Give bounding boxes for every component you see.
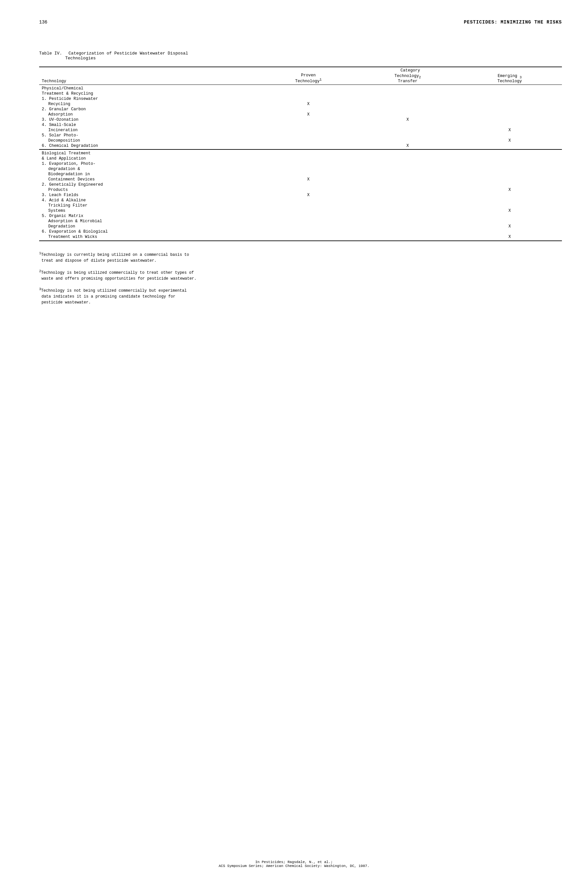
proven-cell [259, 208, 358, 213]
tech-label: 3. UV-Ozonation [39, 117, 259, 122]
transfer-cell [358, 171, 458, 177]
table-row: 3. Leach Fields X [39, 192, 562, 198]
proven-cell [259, 143, 358, 149]
proven-cell [259, 128, 358, 133]
transfer-x: X [358, 117, 458, 122]
page-number: 136 [39, 20, 47, 25]
table-row-last: Treatment with Wicks X [39, 234, 562, 241]
proven-cell [259, 138, 358, 143]
tech-continuation: Adsorption [39, 112, 259, 117]
tech-label: 5. Solar Photo- [39, 133, 259, 138]
transfer-cell [358, 229, 458, 234]
footnote-1-text: Technology is currently being utilized o… [39, 253, 189, 263]
table-row: 1. Evaporation, Photo- [39, 161, 562, 167]
table-row: Recycling X [39, 101, 562, 107]
proven-cell [259, 219, 358, 224]
transfer-cell [358, 203, 458, 208]
table-row: 1. Pesticide Rinsewater [39, 96, 562, 101]
emerging-cell [457, 171, 562, 177]
transfer-cell [358, 177, 458, 182]
emerging-cell [457, 133, 562, 138]
footnote-2: 2Technology is being utilized commercial… [39, 269, 562, 281]
category-label: Category [400, 68, 420, 73]
tech-continuation: Products [39, 187, 259, 192]
section2-header2: & Land Application [39, 156, 259, 161]
proven-cell [259, 234, 358, 241]
proven-cell [259, 203, 358, 208]
emerging-x: X [457, 224, 562, 229]
emerging-cell [457, 203, 562, 208]
table-row: 2. Genetically Engineered [39, 182, 562, 187]
tech-label: 4. Acid & Alkaline [39, 198, 259, 203]
main-table: Category Technology Proven Technology1 T… [39, 66, 562, 241]
proven-cell [259, 117, 358, 122]
transfer-cell [358, 198, 458, 203]
emerging-cell [457, 192, 562, 198]
section1-header-row: Physical/Chemical [39, 85, 562, 91]
proven-cell [259, 229, 358, 234]
proven-cell [259, 171, 358, 177]
emerging-cell [457, 101, 562, 107]
tech-continuation: Biodegradation in [39, 171, 259, 177]
proven-cell [259, 161, 358, 167]
col-transfer-line2: Transfer [398, 79, 417, 84]
emerging-cell [457, 229, 562, 234]
transfer-cell [358, 138, 458, 143]
section1-header2-row: Treatment & Recycling [39, 91, 562, 96]
table-row: 2. Granular Carbon [39, 107, 562, 112]
tech-label: 4. Small-Scale [39, 122, 259, 128]
emerging-cell [457, 143, 562, 149]
tech-continuation: Decomposition [39, 138, 259, 143]
tech-label: 3. Leach Fields [39, 192, 259, 198]
tech-continuation: Incineration [39, 128, 259, 133]
proven-cell [259, 224, 358, 229]
col-proven-line2: Technology [295, 79, 320, 84]
section2-header-row: Biological Treatment [39, 149, 562, 156]
tech-label: 2. Genetically Engineered [39, 182, 259, 187]
emerging-cell [457, 219, 562, 224]
header-title: PESTICIDES: MINIMIZING THE RISKS [464, 20, 562, 25]
table-row: Degradation X [39, 224, 562, 229]
transfer-cell [358, 107, 458, 112]
emerging-x: X [457, 138, 562, 143]
transfer-cell [358, 167, 458, 171]
proven-x: X [259, 192, 358, 198]
emerging-cell [457, 122, 562, 128]
emerging-x: X [457, 128, 562, 133]
footnote-1: 1Technology is currently being utilized … [39, 251, 562, 264]
emerging-x: X [457, 208, 562, 213]
transfer-cell [358, 219, 458, 224]
proven-cell [259, 96, 358, 101]
emerging-cell [457, 182, 562, 187]
tech-continuation: Treatment with Wicks [39, 234, 259, 241]
proven-x: X [259, 112, 358, 117]
footnote-3-text: Technology is not being utilized commerc… [39, 289, 187, 305]
tech-continuation: Adsorption & Microbial [39, 219, 259, 224]
table-row: degradation & [39, 167, 562, 171]
transfer-cell [358, 161, 458, 167]
proven-x: X [259, 101, 358, 107]
col-transfer-sub: 2 [419, 75, 421, 79]
emerging-cell [457, 112, 562, 117]
footer-line2: ACS Symposium Series; American Chemical … [0, 864, 588, 868]
transfer-cell [358, 234, 458, 241]
proven-cell [259, 122, 358, 128]
transfer-cell [358, 182, 458, 187]
tech-continuation: Degradation [39, 224, 259, 229]
col-proven-line1: Proven [301, 73, 316, 78]
table-row: 4. Small-Scale [39, 122, 562, 128]
transfer-cell [358, 101, 458, 107]
tech-label: 6. Chemical Degradation [39, 143, 259, 149]
transfer-cell [358, 112, 458, 117]
table-title-line2: Technologies [65, 56, 96, 61]
table-row: Products X [39, 187, 562, 192]
footnote-2-text: Technology is being utilized commerciall… [39, 271, 196, 281]
tech-continuation: degradation & [39, 167, 259, 171]
table-row: 4. Acid & Alkaline [39, 198, 562, 203]
transfer-x: X [358, 143, 458, 149]
emerging-cell [457, 117, 562, 122]
tech-continuation: Recycling [39, 101, 259, 107]
proven-cell [259, 133, 358, 138]
table-caption: Table IV. Categorization of Pesticide Wa… [39, 51, 562, 61]
transfer-cell [358, 128, 458, 133]
